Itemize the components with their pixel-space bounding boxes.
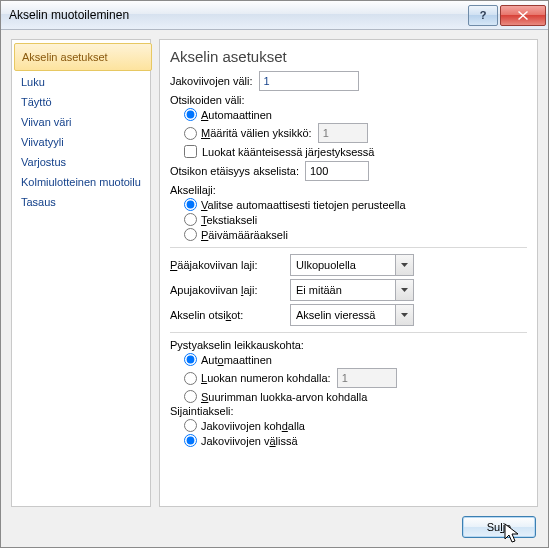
- axis-type-text-text: Tekstiakseli: [201, 214, 257, 226]
- major-tick-value: Ulkopuolella: [291, 259, 395, 271]
- axis-labels-value: Akselin vieressä: [291, 309, 395, 321]
- help-button[interactable]: ?: [468, 5, 498, 26]
- dialog-title: Akselin muotoileminen: [9, 8, 466, 22]
- labels-interval-specify-radio[interactable]: [184, 127, 197, 140]
- major-tick-select[interactable]: Ulkopuolella: [290, 254, 414, 276]
- chevron-down-icon: [401, 263, 408, 267]
- chevron-down-icon: [401, 288, 408, 292]
- label-distance-row: Otsikon etäisyys akselista:: [170, 161, 527, 181]
- vaxis-cross-label: Pystyakselin leikkauskohta:: [170, 339, 527, 351]
- category-item-line-style[interactable]: Viivatyyli: [12, 132, 150, 152]
- vaxis-cross-auto-radio[interactable]: [184, 353, 197, 366]
- labels-interval-auto-option[interactable]: Automaattinen: [184, 108, 527, 121]
- axis-type-date-radio[interactable]: [184, 228, 197, 241]
- labels-interval-auto-text: Automaattinen: [201, 109, 272, 121]
- close-icon: [518, 11, 528, 20]
- axis-type-auto-text: Valitse automaattisesti tietojen peruste…: [201, 199, 406, 211]
- panel-heading: Akselin asetukset: [170, 48, 527, 65]
- vaxis-cross-auto-option[interactable]: Automaattinen: [184, 353, 527, 366]
- axis-type-date-text: Päivämääräakseli: [201, 229, 288, 241]
- settings-panel: Akselin asetukset Jakoviivojen väli: Ots…: [159, 39, 538, 507]
- dialog-footer: Sulje: [1, 507, 548, 547]
- vaxis-cross-max-text: Suurimman luokka-arvon kohdalla: [201, 391, 367, 403]
- minor-tick-value: Ei mitään: [291, 284, 395, 296]
- position-axis-on-option[interactable]: Jakoviivojen kohdalla: [184, 419, 527, 432]
- vaxis-cross-cat-option[interactable]: Luokan numeron kohdalla:: [184, 368, 527, 388]
- category-item-number[interactable]: Luku: [12, 72, 150, 92]
- divider-2: [170, 332, 527, 333]
- labels-interval-label: Otsikoiden väli:: [170, 94, 527, 106]
- dialog-body: Akselin asetukset Luku Täyttö Viivan vär…: [1, 29, 548, 507]
- category-list: Akselin asetukset Luku Täyttö Viivan vär…: [11, 39, 151, 507]
- close-dialog-label: Sulje: [487, 521, 511, 533]
- divider-1: [170, 247, 527, 248]
- axis-labels-select[interactable]: Akselin vieressä: [290, 304, 414, 326]
- axis-labels-dropdown-button[interactable]: [395, 305, 413, 325]
- minor-tick-label: Apujakoviivan laji:: [170, 284, 290, 296]
- major-tick-label: Pääjakoviivan laji:: [170, 259, 290, 271]
- category-item-alignment[interactable]: Tasaus: [12, 192, 150, 212]
- axis-labels-label: Akselin otsikot:: [170, 309, 290, 321]
- vaxis-cross-max-option[interactable]: Suurimman luokka-arvon kohdalla: [184, 390, 527, 403]
- labels-interval-specify-input: [318, 123, 368, 143]
- axis-type-auto-radio[interactable]: [184, 198, 197, 211]
- axis-type-label: Akselilaji:: [170, 184, 527, 196]
- category-item-fill[interactable]: Täyttö: [12, 92, 150, 112]
- vaxis-cross-cat-text: Luokan numeron kohdalla:: [201, 372, 331, 384]
- axis-type-date-option[interactable]: Päivämääräakseli: [184, 228, 527, 241]
- position-axis-between-radio[interactable]: [184, 434, 197, 447]
- minor-tick-dropdown-button[interactable]: [395, 280, 413, 300]
- position-axis-group: Sijaintiakseli: Jakoviivojen kohdalla Ja…: [170, 405, 527, 447]
- labels-interval-auto-radio[interactable]: [184, 108, 197, 121]
- interval-ticks-input[interactable]: [259, 71, 359, 91]
- close-dialog-button[interactable]: Sulje: [462, 516, 536, 538]
- vaxis-cross-auto-text: Automaattinen: [201, 354, 272, 366]
- axis-labels-row: Akselin otsikot: Akselin vieressä: [170, 304, 527, 326]
- labels-interval-specify-option[interactable]: Määritä välien yksikkö:: [184, 123, 527, 143]
- category-item-line-color[interactable]: Viivan väri: [12, 112, 150, 132]
- position-axis-between-option[interactable]: Jakoviivojen välissä: [184, 434, 527, 447]
- reverse-order-label: Luokat käänteisessä järjestyksessä: [202, 146, 374, 158]
- interval-ticks-label: Jakoviivojen väli:: [170, 75, 253, 87]
- category-item-3d-format[interactable]: Kolmiulotteinen muotoilu: [12, 172, 150, 192]
- category-item-axis-options[interactable]: Akselin asetukset: [14, 43, 152, 71]
- major-tick-dropdown-button[interactable]: [395, 255, 413, 275]
- vaxis-cross-max-radio[interactable]: [184, 390, 197, 403]
- vaxis-cross-cat-radio[interactable]: [184, 372, 197, 385]
- titlebar: Akselin muotoileminen ?: [1, 1, 548, 30]
- minor-tick-select[interactable]: Ei mitään: [290, 279, 414, 301]
- label-distance-label: Otsikon etäisyys akselista:: [170, 165, 299, 177]
- category-item-shadow[interactable]: Varjostus: [12, 152, 150, 172]
- axis-type-group: Akselilaji: Valitse automaattisesti tiet…: [170, 184, 527, 241]
- label-distance-input[interactable]: [305, 161, 369, 181]
- reverse-order-row[interactable]: Luokat käänteisessä järjestyksessä: [184, 145, 527, 158]
- axis-type-text-radio[interactable]: [184, 213, 197, 226]
- position-axis-between-text: Jakoviivojen välissä: [201, 435, 298, 447]
- close-button[interactable]: [500, 5, 546, 26]
- labels-interval-group: Otsikoiden väli: Automaattinen Määritä v…: [170, 94, 527, 158]
- help-icon: ?: [480, 9, 487, 21]
- labels-interval-specify-text: Määritä välien yksikkö:: [201, 127, 312, 139]
- vaxis-cross-group: Pystyakselin leikkauskohta: Automaattine…: [170, 339, 527, 403]
- major-tick-row: Pääjakoviivan laji: Ulkopuolella: [170, 254, 527, 276]
- position-axis-on-radio[interactable]: [184, 419, 197, 432]
- axis-type-auto-option[interactable]: Valitse automaattisesti tietojen peruste…: [184, 198, 527, 211]
- chevron-down-icon: [401, 313, 408, 317]
- reverse-order-checkbox[interactable]: [184, 145, 197, 158]
- interval-ticks-row: Jakoviivojen väli:: [170, 71, 527, 91]
- axis-type-text-option[interactable]: Tekstiakseli: [184, 213, 527, 226]
- dialog-window: Akselin muotoileminen ? Akselin asetukse…: [0, 0, 549, 548]
- position-axis-label: Sijaintiakseli:: [170, 405, 527, 417]
- position-axis-on-text: Jakoviivojen kohdalla: [201, 420, 305, 432]
- minor-tick-row: Apujakoviivan laji: Ei mitään: [170, 279, 527, 301]
- vaxis-cross-cat-input: [337, 368, 397, 388]
